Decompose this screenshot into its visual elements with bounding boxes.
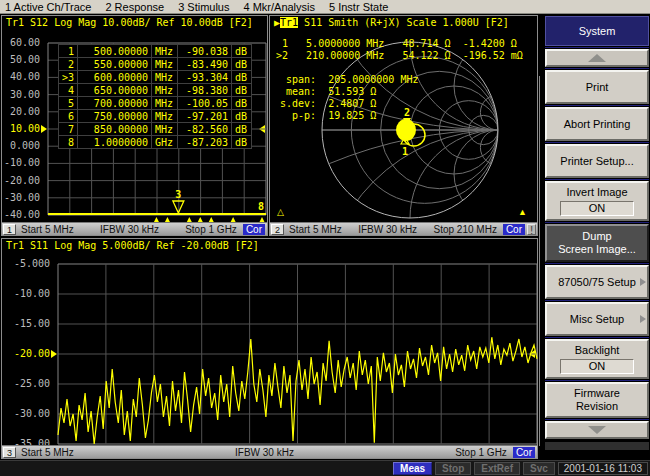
softkey-label: Backlight — [575, 344, 620, 357]
y-axis-label: 40.00 — [2, 71, 40, 82]
softkey-print[interactable]: Print — [545, 70, 649, 104]
marker-table-cell: -87.203 — [178, 136, 232, 149]
marker-table-cell: -93.304 — [178, 71, 232, 84]
softkey-misc-setup[interactable]: Misc Setup — [545, 302, 649, 336]
menu-item-5[interactable]: 5 Instr State — [329, 1, 388, 13]
marker-table-cell: dB — [232, 97, 252, 110]
marker-table-row: 6750.00000MHz-97.201dB — [59, 110, 252, 123]
smith-marker2-readout: >2 210.00000 MHz 54.122 Ω -196.52 mΩ — [276, 50, 523, 61]
y-axis-label: -25.00 — [6, 378, 50, 389]
smith-stat-line: p-p: 19.825 Ω — [280, 110, 418, 122]
marker-table-cell: MHz — [152, 58, 178, 71]
smith-title-trace: Tr1 — [280, 17, 298, 28]
menu-item-2[interactable]: 2 Response — [105, 1, 164, 13]
svg-text:1: 1 — [402, 146, 408, 157]
s11-start-label: Start 5 MHz — [21, 447, 74, 458]
marker-table-cell: dB — [232, 84, 252, 97]
softkey-87050-75-setup[interactable]: 87050/75 Setup — [545, 265, 649, 299]
svg-text:3: 3 — [175, 189, 181, 200]
softkey-up-arrow[interactable] — [545, 49, 649, 67]
softkey-bottom-strip — [545, 442, 649, 450]
marker-table-row: >3600.00000MHz-93.304dB — [59, 71, 252, 84]
s12-cor-badge: Cor — [243, 224, 265, 235]
marker-table-row: 4650.00000MHz-98.380dB — [59, 84, 252, 97]
s11-stop-label: Stop 1 GHz — [455, 447, 507, 458]
softkey-label: 87050/75 Setup — [558, 276, 636, 289]
softkey-printer-setup[interactable]: Printer Setup... — [545, 144, 649, 178]
smith-ifbw-label: IFBW 30 kHz — [358, 224, 417, 235]
s12-title: Tr1 S12 Log Mag 10.00dB/ Ref 10.00dB [F2… — [6, 17, 253, 28]
smith-start-label: Start 5 MHz — [289, 224, 342, 235]
softkey-menu-edge-line — [539, 76, 540, 446]
menu-item-4[interactable]: 4 Mkr/Analysis — [243, 1, 315, 13]
s12-status-bar: 1Start 5 MHzIFBW 30 kHzStop 1 GHzCor — [2, 222, 267, 235]
marker-table-cell: -100.05 — [178, 97, 232, 110]
svg-text:8: 8 — [258, 201, 264, 212]
y-axis-label: 50.00 — [2, 54, 40, 65]
s12-ref-level-marker-left — [41, 125, 47, 133]
marker-table-cell: -90.038 — [178, 45, 232, 58]
s12-start-label: Start 5 MHz — [21, 224, 74, 235]
softkey-down-arrow[interactable] — [545, 421, 649, 439]
panel-s12-log-mag: Tr1 S12 Log Mag 10.00dB/ Ref 10.00dB [F2… — [1, 15, 268, 236]
smith-scale-marker-right-icon: ▲ — [518, 208, 527, 217]
s12-marker-table: 1500.00000MHz-90.038dB2550.00000MHz-83.4… — [58, 44, 252, 149]
marker-table-cell: GHz — [152, 136, 178, 149]
y-axis-label: 0.000 — [2, 140, 40, 151]
toggle-state: ON — [560, 359, 634, 374]
marker-table-cell: MHz — [152, 123, 178, 136]
marker-table-cell: dB — [232, 110, 252, 123]
indicator-svc: Svc — [523, 462, 555, 475]
softkey-abort-printing[interactable]: Abort Printing — [545, 107, 649, 141]
y-axis-label: 20.00 — [2, 106, 40, 117]
marker-table-cell: 550.00000 — [78, 58, 152, 71]
marker-table-cell: 1.0000000 — [78, 136, 152, 149]
smith-title-rest: S11 Smith (R+jX) Scale 1.000U [F2] — [298, 17, 509, 28]
smith-scale-marker-left-icon: △ — [277, 208, 284, 217]
smith-statistics: span: 205.0000000 MHz mean: 51.593 Ωs.de… — [280, 74, 418, 122]
y-axis-label: -5.000 — [6, 258, 50, 269]
menu-bar: 1 Active Ch/Trace2 Response3 Stimulus4 M… — [0, 0, 650, 14]
y-axis-label: -20.00 — [6, 348, 50, 359]
softkey-invert-image[interactable]: Invert ImageON — [545, 181, 649, 221]
s11-cor-badge: Cor — [513, 447, 535, 458]
marker-table-cell: 500.00000 — [78, 45, 152, 58]
softkey-dump-screen-image[interactable]: DumpScreen Image... — [545, 224, 649, 262]
marker-table-cell: MHz — [152, 97, 178, 110]
softkey-label: System — [579, 25, 616, 38]
marker-table-cell: -82.560 — [178, 123, 232, 136]
smith-stat-line: s.dev: 2.4807 Ω — [280, 98, 418, 110]
s11-plot-area — [58, 264, 537, 444]
smith-marker1-readout: 1 5.0000000 MHz 48.714 Ω -1.4200 Ω — [276, 38, 517, 49]
y-axis-label: -30.00 — [6, 408, 50, 419]
down-arrow-icon — [588, 426, 606, 434]
softkey-label: Printer Setup... — [560, 155, 633, 168]
smith-channel-number: 2 — [271, 224, 284, 235]
y-axis-label: 30.00 — [2, 89, 40, 100]
menu-item-1[interactable]: 1 Active Ch/Trace — [5, 1, 91, 13]
marker-table-cell: 7 — [59, 123, 78, 136]
smith-cor-badge: Cor — [503, 224, 525, 235]
smith-stat-line: span: 205.0000000 MHz — [280, 74, 418, 86]
marker-table-cell: 5 — [59, 97, 78, 110]
softkey-backlight[interactable]: BacklightON — [545, 339, 649, 379]
marker-table-cell: 8 — [59, 136, 78, 149]
menu-item-3[interactable]: 3 Stimulus — [178, 1, 229, 13]
y-axis-label: -10.00 — [6, 288, 50, 299]
marker-table-row: 7850.00000MHz-82.560dB — [59, 123, 252, 136]
y-axis-label: 60.00 — [2, 37, 40, 48]
indicator-stop: Stop — [435, 462, 471, 475]
marker-table-cell: MHz — [152, 110, 178, 123]
marker-table-cell: 600.00000 — [78, 71, 152, 84]
softkey-menu: SystemPrintAbort PrintingPrinter Setup..… — [538, 14, 650, 460]
marker-table-cell: 1 — [59, 45, 78, 58]
smith-status-bar: 2Start 5 MHzIFBW 30 kHzStop 210 MHzCor! — [270, 222, 537, 235]
marker-table-cell: 6 — [59, 110, 78, 123]
softkey-firmware-revision[interactable]: FirmwareRevision — [545, 382, 649, 418]
softkey-system[interactable]: System — [545, 16, 649, 46]
marker-table-row: 2550.00000MHz-83.490dB — [59, 58, 252, 71]
softkey-label: Misc Setup — [570, 313, 624, 326]
marker-table-cell: dB — [232, 58, 252, 71]
marker-table-cell: dB — [232, 136, 252, 149]
softkey-label: Revision — [576, 400, 618, 413]
